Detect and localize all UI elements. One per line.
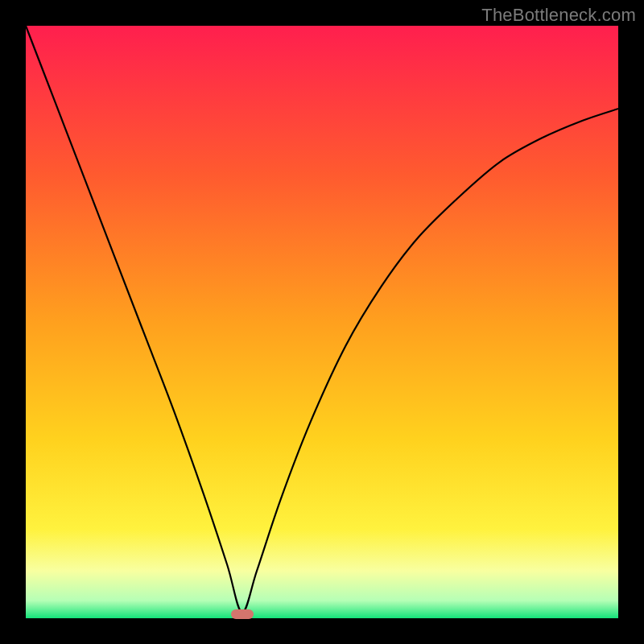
min-marker [231,609,254,619]
plot-area [26,26,618,618]
bottleneck-curve [26,26,618,618]
chart-frame: TheBottleneck.com [0,0,644,644]
watermark-text: TheBottleneck.com [481,5,636,26]
